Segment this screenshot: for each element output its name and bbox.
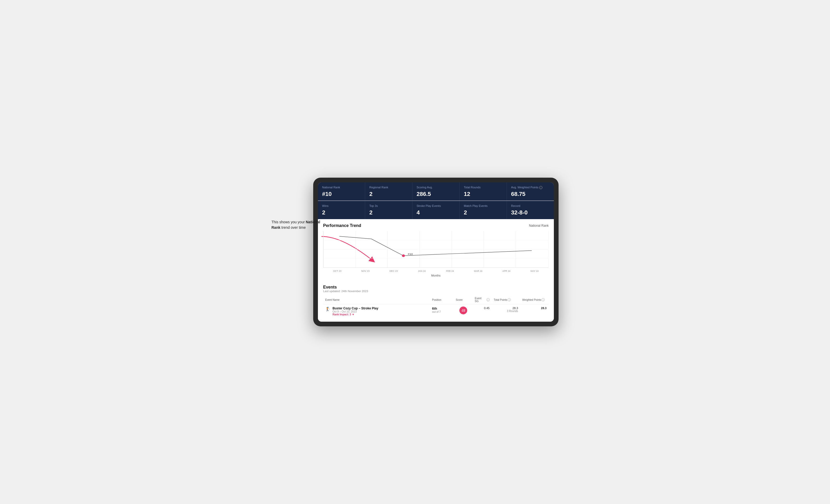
events-table-header-row: Event Name Position Score Event SG i: [323, 295, 549, 304]
svg-text:#10: #10: [408, 253, 413, 256]
stat-avg-weighted-points: Avg. Weighted Points i 68.75: [507, 182, 554, 201]
event-type-icon: 🏌: [325, 306, 330, 311]
th-total-points: Total Points i: [492, 295, 520, 304]
th-weighted-points: Weighted Points i: [520, 295, 549, 304]
event-rank-impact: Rank Impact: 3 ▼: [332, 313, 378, 316]
x-label-feb24: FEB 24: [436, 270, 464, 272]
event-name: Buster Cozy Cup – Stroke Play: [332, 306, 378, 310]
performance-rank-label: National Rank: [529, 224, 549, 228]
events-table: Event Name Position Score Event SG i: [323, 295, 549, 318]
event-score-cell: -22: [454, 304, 473, 318]
content-area: National Rank #10 Regional Rank 2 Scorin…: [318, 182, 554, 322]
th-position: Position: [430, 295, 454, 304]
event-position-sub: out of 7: [432, 310, 451, 313]
svg-point-11: [402, 255, 405, 257]
events-title: Events: [323, 285, 549, 290]
performance-trend-section: Performance Trend National Rank: [318, 219, 554, 281]
stat-stroke-play-events: Stroke Play Events 4: [412, 201, 459, 219]
stat-record: Record 32-8-0: [507, 201, 554, 219]
x-label-mar24: MAR 24: [464, 270, 492, 272]
x-label-jan24: JAN 24: [408, 270, 436, 272]
th-event-name: Event Name: [323, 295, 430, 304]
x-label-dec23: DEC 23: [380, 270, 408, 272]
event-cell: 🏌 Buster Cozy Cup – Stroke Play Oct 9 – …: [323, 304, 430, 318]
info-icon-weighted: i: [542, 298, 545, 301]
stats-row-2: Wins 2 Top 3s 2 Stroke Play Events 4 Mat…: [318, 201, 554, 219]
stat-top3s: Top 3s 2: [365, 201, 412, 219]
x-label-apr24: APR 24: [492, 270, 520, 272]
performance-header: Performance Trend National Rank: [323, 223, 549, 228]
th-score: Score: [454, 295, 473, 304]
stat-total-rounds: Total Rounds 12: [459, 182, 507, 201]
event-score-badge: -22: [459, 306, 467, 314]
events-table-body: 🏌 Buster Cozy Cup – Stroke Play Oct 9 – …: [323, 304, 549, 318]
performance-chart: #10: [323, 231, 549, 268]
info-icon-sg: i: [486, 298, 490, 301]
stat-wins: Wins 2: [318, 201, 365, 219]
event-weighted-points-cell: 28.3: [520, 304, 549, 318]
event-date: Oct 9 – Oct 10, 2023: [332, 310, 378, 313]
events-section: Events Last updated: 24th November 2023 …: [318, 281, 554, 322]
th-event-sg: Event SG i: [473, 295, 492, 304]
info-icon-avg-weighted: i: [539, 186, 542, 189]
x-label-oct23: OCT 23: [323, 270, 351, 272]
event-position-cell: 6th out of 7: [430, 304, 454, 318]
stat-scoring-avg: Scoring Avg. 286.5: [412, 182, 459, 201]
table-row: 🏌 Buster Cozy Cup – Stroke Play Oct 9 – …: [323, 304, 549, 318]
x-label-may24: MAY 24: [520, 270, 549, 272]
page-wrapper: This shows you your National Rank trend …: [272, 178, 558, 327]
rank-direction-icon: ▼: [352, 313, 354, 316]
performance-title: Performance Trend: [323, 223, 361, 228]
stat-national-rank: National Rank #10: [318, 182, 365, 201]
stat-regional-rank: Regional Rank 2: [365, 182, 412, 201]
x-label-nov23: NOV 23: [351, 270, 380, 272]
x-axis-title: Months: [323, 274, 549, 277]
chart-x-labels: OCT 23 NOV 23 DEC 23 JAN 24 FEB 24 MAR 2…: [323, 269, 549, 273]
events-table-head: Event Name Position Score Event SG i: [323, 295, 549, 304]
event-total-points-cell: 28.3 3 Rounds: [492, 304, 520, 318]
event-total-points-rounds: 3 Rounds: [494, 310, 518, 312]
event-total-points: 28.3: [494, 306, 518, 310]
event-info: Buster Cozy Cup – Stroke Play Oct 9 – Oc…: [332, 306, 378, 316]
stats-row-1: National Rank #10 Regional Rank 2 Scorin…: [318, 182, 554, 201]
event-sg-cell: 0.45: [473, 304, 492, 318]
events-last-updated: Last updated: 24th November 2023: [323, 290, 549, 293]
annotation-text: This shows you your National Rank trend …: [272, 220, 324, 230]
tablet-screen: National Rank #10 Regional Rank 2 Scorin…: [318, 182, 554, 322]
event-position: 6th: [432, 306, 451, 310]
info-icon-total: i: [508, 298, 511, 301]
stat-match-play-events: Match Play Events 2: [459, 201, 507, 219]
tablet-frame: National Rank #10 Regional Rank 2 Scorin…: [313, 178, 558, 327]
chart-svg: #10: [323, 231, 549, 267]
